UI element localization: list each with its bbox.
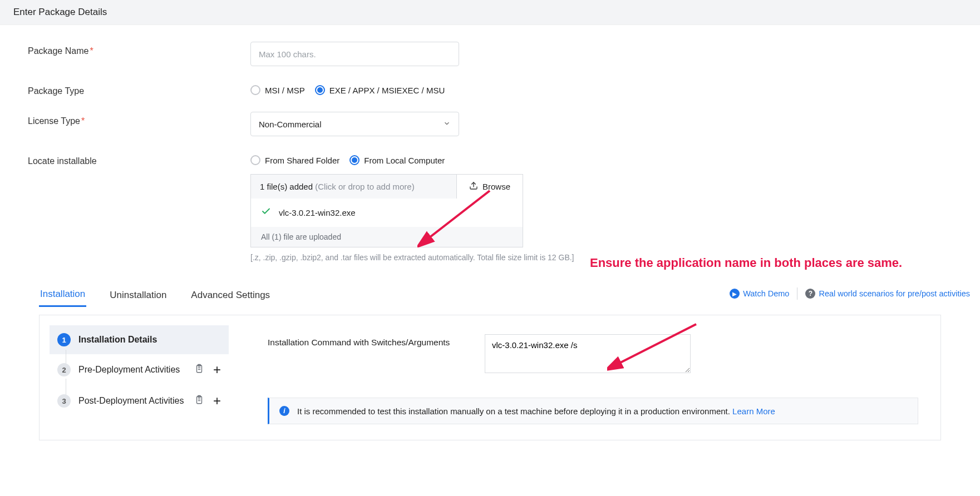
license-type-select[interactable]: Non-Commercial: [250, 112, 459, 136]
upload-footer: All (1) file are uploaded: [251, 227, 523, 247]
step-number-badge: 2: [57, 363, 71, 376]
uploaded-file-name: vlc-3.0.21-win32.exe: [279, 208, 356, 217]
help-icon: ?: [805, 289, 815, 299]
watch-demo-link[interactable]: ▶ Watch Demo: [730, 289, 789, 299]
annotation-text: Ensure the application name in both plac…: [590, 256, 902, 270]
tab-advanced-settings[interactable]: Advanced Settings: [190, 284, 271, 306]
command-row: Installation Command with Switches/Argum…: [268, 334, 918, 373]
step-post-deployment[interactable]: 3 Post-Deployment Activities +: [50, 385, 229, 416]
info-icon: i: [279, 406, 289, 416]
add-pre-deployment-button[interactable]: +: [213, 362, 221, 378]
tab-installation[interactable]: Installation: [39, 283, 86, 307]
check-icon: [261, 206, 271, 219]
row-upload: 1 file(s) added (Click or drop to add mo…: [28, 174, 952, 262]
clipboard-icon: [194, 394, 204, 408]
radio-icon: [349, 155, 360, 165]
form-area: Package Name* Package Type MSI / MSP EXE…: [0, 25, 980, 283]
info-text: It is recommended to test this installat…: [297, 406, 775, 416]
upload-hint: (Click or drop to add more): [315, 182, 414, 191]
uploaded-file-row: vlc-3.0.21-win32.exe: [251, 199, 523, 227]
panel-main: Installation Command with Switches/Argum…: [229, 315, 940, 440]
link-label: Real world scenarios for pre/post activi…: [819, 289, 970, 298]
row-package-name: Package Name*: [28, 42, 952, 66]
label-text: Package Name: [28, 46, 88, 56]
radio-label: From Shared Folder: [265, 156, 339, 165]
step-number-badge: 1: [57, 333, 71, 346]
radio-label: From Local Computer: [364, 156, 445, 165]
link-label: Watch Demo: [743, 289, 789, 298]
add-post-deployment-button[interactable]: +: [213, 393, 221, 409]
steps-sidebar: 1 Installation Details 2 Pre-Deployment …: [40, 315, 229, 440]
label-locate-installable: Locate installable: [28, 152, 250, 166]
radio-label: EXE / APPX / MSIEXEC / MSU: [329, 86, 445, 95]
upload-box: 1 file(s) added (Click or drop to add mo…: [250, 174, 523, 247]
tabs-links: ▶ Watch Demo ? Real world scenarios for …: [730, 287, 970, 300]
browse-button[interactable]: Browse: [456, 175, 523, 199]
locate-radio-group: From Shared Folder From Local Computer: [250, 152, 952, 165]
upload-dropzone[interactable]: 1 file(s) added (Click or drop to add mo…: [251, 175, 423, 198]
radio-icon: [315, 85, 325, 95]
radio-icon: [250, 155, 260, 165]
required-marker: *: [81, 116, 85, 126]
tabs-section: Installation Uninstallation Advanced Set…: [0, 283, 980, 307]
radio-shared-folder[interactable]: From Shared Folder: [250, 155, 339, 165]
radio-label: MSI / MSP: [265, 86, 305, 95]
package-name-input[interactable]: [250, 42, 459, 66]
radio-local-computer[interactable]: From Local Computer: [349, 155, 445, 165]
learn-more-link[interactable]: Learn More: [732, 406, 775, 416]
step-label: Post-Deployment Activities: [78, 395, 186, 407]
scenarios-link[interactable]: ? Real world scenarios for pre/post acti…: [805, 289, 970, 299]
files-added-count: 1 file(s) added: [260, 182, 315, 191]
row-license-type: License Type* Non-Commercial: [28, 112, 952, 136]
label-package-type: Package Type: [28, 82, 250, 96]
info-message: It is recommended to test this installat…: [297, 406, 732, 416]
separator: [797, 287, 797, 300]
required-marker: *: [90, 46, 93, 56]
step-pre-deployment[interactable]: 2 Pre-Deployment Activities +: [50, 354, 229, 385]
installation-panel: 1 Installation Details 2 Pre-Deployment …: [39, 315, 941, 440]
radio-icon: [250, 85, 260, 95]
browse-label: Browse: [482, 182, 510, 191]
step-label: Pre-Deployment Activities: [78, 364, 186, 376]
upload-icon: [469, 181, 478, 192]
label-package-name: Package Name*: [28, 42, 250, 56]
tab-uninstallation[interactable]: Uninstallation: [109, 284, 168, 306]
row-locate-installable: Locate installable From Shared Folder Fr…: [28, 152, 952, 166]
info-bar: i It is recommended to test this install…: [268, 398, 918, 424]
select-value: Non-Commercial: [259, 120, 322, 129]
radio-exe-appx[interactable]: EXE / APPX / MSIEXEC / MSU: [315, 85, 445, 95]
upload-header: 1 file(s) added (Click or drop to add mo…: [251, 175, 523, 199]
clipboard-icon: [194, 363, 204, 377]
installation-command-input[interactable]: [485, 334, 691, 373]
label-text: License Type: [28, 116, 80, 126]
step-number-badge: 3: [57, 394, 71, 408]
step-installation-details[interactable]: 1 Installation Details: [50, 325, 229, 354]
row-package-type: Package Type MSI / MSP EXE / APPX / MSIE…: [28, 82, 952, 96]
step-label: Installation Details: [78, 334, 221, 346]
radio-msi-msp[interactable]: MSI / MSP: [250, 85, 305, 95]
play-icon: ▶: [730, 289, 740, 299]
page-title: Enter Package Details: [0, 0, 980, 25]
command-label: Installation Command with Switches/Argum…: [268, 334, 457, 348]
label-license-type: License Type*: [28, 112, 250, 126]
package-type-radio-group: MSI / MSP EXE / APPX / MSIEXEC / MSU: [250, 82, 952, 95]
chevron-down-icon: [443, 120, 451, 129]
